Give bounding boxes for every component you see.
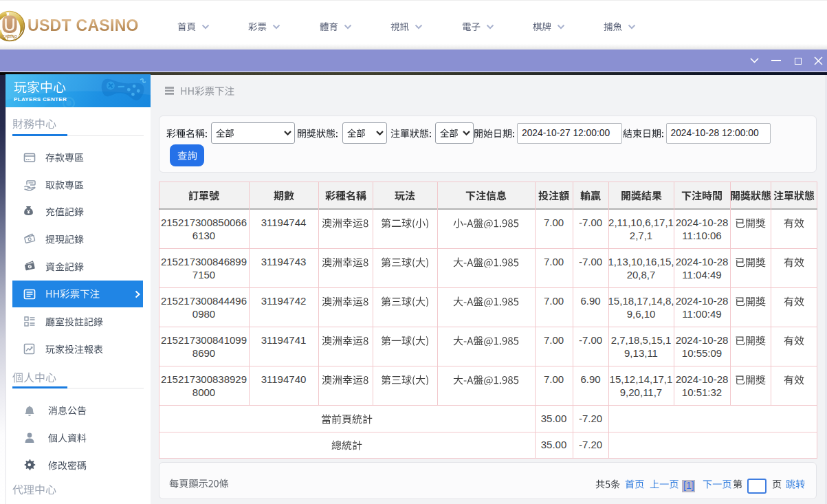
svg-text:CASINO: CASINO	[2, 34, 18, 39]
